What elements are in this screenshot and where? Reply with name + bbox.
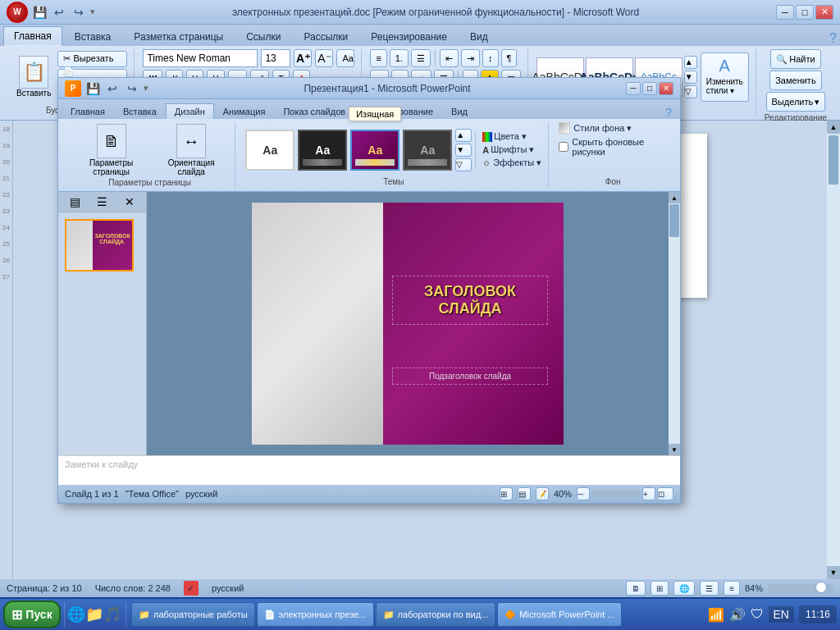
word-maximize-btn[interactable]: □ [796,5,814,20]
pp-theme-2[interactable]: Aa [298,130,347,171]
pp-orientation-btn[interactable]: ↔ Ориентация слайда [154,122,228,178]
pp-undo-btn[interactable]: ↩ [104,80,121,97]
pp-colors-btn[interactable]: Цвета ▾ [482,131,541,142]
pp-help-icon[interactable]: ? [660,106,677,119]
themes-more-btn[interactable]: ▽ [455,158,472,171]
pp-tab-view[interactable]: Вид [442,103,477,119]
select-btn[interactable]: Выделить▾ [766,92,826,112]
pp-effects-btn[interactable]: ⭘ Эффекты ▾ [482,158,541,168]
pp-slide-main[interactable]: ЗАГОЛОВОК СЛАЙДА Подзаголовок слайда [252,203,564,445]
pp-view-normal-btn[interactable]: ⊞ [500,487,513,500]
pp-notes-area[interactable]: Заметки к слайду [58,455,680,485]
pp-scroll-thumb[interactable] [669,204,679,237]
clear-format-btn[interactable]: Aa [336,49,354,67]
style-more[interactable]: ▽ [684,85,697,98]
word-tab-review[interactable]: Рецензирование [360,27,458,46]
word-tab-view[interactable]: Вид [459,27,499,46]
style-scroll-down[interactable]: ▼ [684,71,697,84]
pp-panel-close[interactable]: ✕ [125,195,135,208]
show-marks-btn[interactable]: ¶ [501,49,518,67]
pp-fit-btn[interactable]: ⊡ [657,487,673,500]
find-btn[interactable]: 🔍Найти [770,49,820,69]
pp-bg-styles-btn[interactable]: Стили фона ▾ [559,122,632,134]
word-tab-layout[interactable]: Разметка страницы [123,27,234,46]
numbering-btn[interactable]: 1. [390,49,409,67]
word-tab-mailings[interactable]: Рассылки [293,27,358,46]
pp-scroll-up-btn[interactable]: ▲ [669,192,680,203]
tray-lang[interactable]: EN [769,606,794,623]
pp-zoom-slider[interactable] [591,491,641,497]
sort-btn[interactable]: ↕ [482,49,499,67]
ie-btn[interactable]: 🌐 [68,606,84,623]
pp-restore-btn[interactable]: □ [642,82,657,95]
word-close-btn[interactable]: ✕ [815,5,833,20]
pp-redo-btn[interactable]: ↪ [124,80,140,97]
pp-slide-thumb-1[interactable]: ЗАГОЛОВОКСЛАЙДА [65,219,134,272]
word-scroll-up-btn[interactable]: ▲ [827,121,840,134]
word-minimize-btn[interactable]: ─ [776,5,794,20]
pp-slide-subtitle[interactable]: Подзаголовок слайда [392,368,548,385]
pp-theme-purple[interactable]: Aa Изящная [350,130,399,171]
bullets-btn[interactable]: ≡ [370,49,386,67]
replace-btn[interactable]: Заменить [769,71,821,90]
paste-btn[interactable]: 📋 Вставить [13,54,54,99]
pp-tab-insert[interactable]: Вставка [114,103,166,119]
word-view-outline-btn[interactable]: ☰ [700,581,719,596]
word-scroll-down-btn[interactable]: ▼ [827,566,840,579]
themes-down-btn[interactable]: ▼ [455,144,472,157]
taskbar-item-lab[interactable]: 📁лабораторные работы [131,602,255,627]
pp-tab-slideshow[interactable]: Показ слайдов [274,103,354,119]
explorer-btn[interactable]: 📁 [86,606,103,623]
style-scroll-up[interactable]: ▲ [684,56,697,69]
pp-save-btn[interactable]: 💾 [84,80,101,97]
office-button[interactable]: W [7,2,28,23]
pp-slides-tab[interactable]: ▤ [70,195,80,208]
pp-zoom-out-btn[interactable]: ─ [577,487,590,500]
pp-theme-1[interactable]: Aa [245,130,294,171]
change-styles-btn[interactable]: A Изменитьстили ▾ [701,52,749,102]
pp-hide-bg-checkbox[interactable] [559,142,568,152]
pp-view-notes-btn[interactable]: 📝 [536,487,549,500]
quick-redo-btn[interactable]: ↪ [71,4,87,21]
word-view-draft-btn[interactable]: ≡ [724,581,740,596]
start-button[interactable]: ⊞ Пуск [3,600,61,628]
word-zoom-slider[interactable] [768,584,833,592]
word-scroll-thumb[interactable] [829,135,838,185]
pp-tab-home[interactable]: Главная [62,103,114,119]
decrease-indent-btn[interactable]: ⇤ [440,49,459,67]
word-view-print-btn[interactable]: 🗎 [626,581,646,596]
increase-indent-btn[interactable]: ⇥ [461,49,480,67]
word-tab-insert[interactable]: Вставка [64,27,122,46]
pp-outline-tab[interactable]: ☰ [97,195,107,208]
word-view-full-btn[interactable]: ⊞ [651,581,669,596]
pp-tab-design[interactable]: Дизайн [166,103,214,119]
multilevel-btn[interactable]: ☰ [411,49,431,67]
taskbar-item-ppt[interactable]: 🔶Microsoft PowerPoint ... [497,602,622,627]
themes-up-btn[interactable]: ▲ [455,129,472,142]
word-zoom-thumb[interactable] [815,582,827,593]
pp-zoom-in-btn[interactable]: + [642,487,655,500]
pp-close-btn[interactable]: ✕ [659,82,673,95]
taskbar-item-vid[interactable]: 📁лабораторки по вид... [376,602,496,627]
pp-fonts-btn[interactable]: A Шрифты ▾ [482,144,541,155]
quick-undo-btn[interactable]: ↩ [51,4,67,21]
font-grow-btn[interactable]: A⁺ [294,49,312,67]
font-size-box[interactable]: 13 [261,49,290,67]
word-tab-links[interactable]: Ссылки [235,27,291,46]
quick-save-btn[interactable]: 💾 [31,4,48,21]
word-tab-home[interactable]: Главная [3,26,62,46]
font-shrink-btn[interactable]: A⁻ [315,49,333,67]
pp-scroll-down-btn[interactable]: ▼ [669,444,680,455]
font-name-box[interactable]: Times New Roman [143,49,258,67]
pp-minimize-btn[interactable]: ─ [626,82,641,95]
pp-page-setup-btn[interactable]: 🗎 Параметры страницы [71,122,151,178]
pp-tab-animation[interactable]: Анимация [214,103,275,119]
cut-btn[interactable]: ✂ Вырезать [57,51,127,67]
help-icon[interactable]: ? [829,31,837,46]
media-btn[interactable]: 🎵 [104,606,121,623]
pp-view-slider-btn[interactable]: ▤ [518,487,531,500]
taskbar-item-word[interactable]: 📄электронных презе... [257,602,374,627]
pp-slide-title[interactable]: ЗАГОЛОВОК СЛАЙДА [392,276,548,325]
word-view-web-btn[interactable]: 🌐 [673,581,695,596]
pp-theme-4[interactable]: Aa [403,130,452,171]
